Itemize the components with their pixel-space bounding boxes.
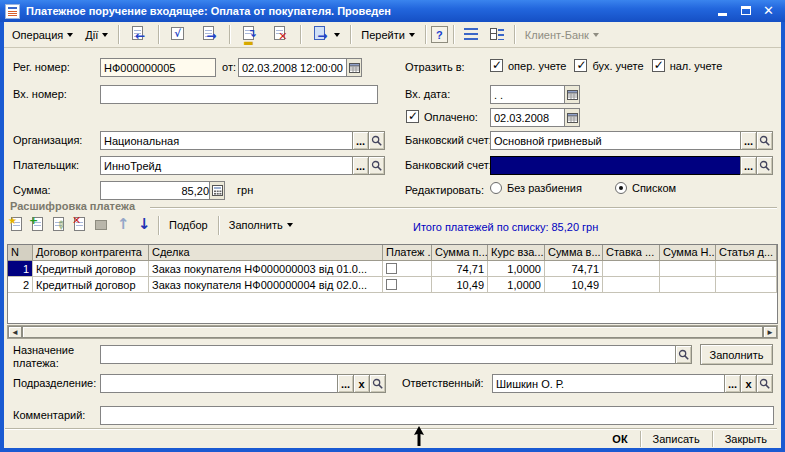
payer-field[interactable]: ИнноТрейд (100, 156, 353, 175)
bank-account2-ellipsis-button[interactable]: ... (740, 156, 757, 175)
table-row[interactable]: 2 Кредитный договор Заказ покупателя НФ0… (8, 277, 777, 293)
vat-rate-cell[interactable] (603, 277, 660, 293)
bank-account1-open-button[interactable] (756, 131, 773, 150)
oper-account-checkbox[interactable] (490, 59, 503, 72)
organization-open-button[interactable] (368, 131, 385, 150)
col-header-sum-currency[interactable]: Сумма в... (545, 245, 603, 261)
scroll-left-button[interactable]: ◄ (8, 326, 22, 338)
document-date-field[interactable]: 02.03.2008 12:00:00 (238, 58, 362, 77)
postings-button[interactable]: √ (164, 24, 193, 45)
sum-currency-cell[interactable]: 74,71 (545, 261, 603, 277)
close-form-button[interactable]: Закрыть (717, 431, 775, 447)
table-horizontal-scrollbar[interactable]: ◄ ► (7, 325, 778, 339)
col-header-vat-sum[interactable]: Сумма Н... (660, 245, 716, 261)
fill-purpose-button[interactable]: Заполнить (700, 344, 773, 365)
deal-cell[interactable]: Заказ покупателя НФ000000003 від 01.0... (149, 261, 383, 277)
responsible-field[interactable]: Шишкин О. Р. (492, 374, 725, 393)
vat-rate-cell[interactable] (603, 261, 660, 277)
minimize-button[interactable] (714, 3, 731, 18)
comment-field[interactable] (100, 406, 774, 425)
calendar-button[interactable] (564, 86, 579, 103)
col-header-article[interactable]: Статья д... (716, 245, 777, 261)
save-button[interactable]: Записать (645, 431, 708, 447)
calendar-button[interactable] (346, 59, 361, 76)
nal-account-checkbox[interactable] (652, 59, 665, 72)
payer-ellipsis-button[interactable]: ... (352, 156, 369, 175)
sum-payment-cell[interactable]: 10,49 (432, 277, 488, 293)
add-row-button[interactable]: ★ (8, 216, 27, 235)
bank-account2-open-button[interactable] (756, 156, 773, 175)
go-menu-button[interactable]: Перейти (356, 24, 420, 45)
payments-table[interactable]: N Договор контрагента Сделка Платеж ... … (7, 244, 778, 324)
vat-sum-cell[interactable] (660, 277, 716, 293)
purpose-open-button[interactable] (675, 345, 692, 364)
calculator-button[interactable] (209, 182, 224, 199)
buh-account-checkbox[interactable] (574, 59, 587, 72)
rate-cell[interactable]: 1,0000 (488, 261, 545, 277)
col-header-deal[interactable]: Сделка (149, 245, 383, 261)
reg-number-field[interactable]: НФ000000005 (100, 58, 216, 77)
bank-account1-ellipsis-button[interactable]: ... (740, 131, 757, 150)
cancel-posting-button[interactable]: ✕ (266, 24, 295, 45)
department-open-button[interactable] (369, 374, 386, 393)
row-number-cell[interactable]: 2 (8, 277, 33, 293)
vat-sum-cell[interactable] (660, 261, 716, 277)
article-cell[interactable] (716, 261, 777, 277)
department-clear-button[interactable]: x (353, 374, 370, 393)
organization-ellipsis-button[interactable]: ... (352, 131, 369, 150)
paid-date-field[interactable]: 02.03.2008 (490, 108, 580, 127)
title-bar[interactable]: Платежное поручение входящее: Оплата от … (0, 0, 785, 22)
reread-button[interactable]: ← (124, 24, 153, 45)
in-date-field[interactable]: . . (490, 85, 580, 104)
scroll-right-button[interactable]: ► (763, 326, 777, 338)
scrollbar-thumb[interactable] (22, 326, 763, 338)
payment-cell[interactable] (383, 261, 432, 277)
payment-checkbox[interactable] (386, 279, 397, 290)
calendar-button[interactable] (564, 109, 579, 126)
ok-button[interactable]: ОК (604, 431, 635, 447)
client-bank-menu-button[interactable]: Клиент-Банк (520, 24, 604, 45)
payment-cell[interactable] (383, 277, 432, 293)
edit-row-button[interactable]: ✎ (50, 216, 69, 235)
col-header-contract[interactable]: Договор контрагента (33, 245, 149, 261)
no-split-radio[interactable] (490, 182, 502, 194)
close-button[interactable]: ✕ (760, 3, 777, 18)
move-up-button[interactable]: ↑ (113, 216, 132, 235)
department-field[interactable] (100, 374, 338, 393)
contract-cell[interactable]: Кредитный договор (33, 261, 149, 277)
actions-menu-button[interactable]: Дії (80, 24, 113, 45)
operation-menu-button[interactable]: Операция (7, 24, 78, 45)
related-documents-button[interactable]: → (195, 24, 224, 45)
col-header-payment[interactable]: Платеж ... (383, 245, 432, 261)
organization-field[interactable]: Национальная (100, 131, 353, 150)
bank-account1-field[interactable]: Основной гривневый (490, 131, 741, 150)
col-header-n[interactable]: N (8, 245, 33, 261)
col-header-vat-rate[interactable]: Ставка ... (603, 245, 660, 261)
payer-open-button[interactable] (368, 156, 385, 175)
article-cell[interactable] (716, 277, 777, 293)
rate-cell[interactable]: 1,0000 (488, 277, 545, 293)
pick-button[interactable]: Подбор (164, 215, 213, 236)
paid-checkbox[interactable] (406, 110, 419, 123)
help-button[interactable]: ? (431, 26, 448, 43)
finish-edit-button[interactable] (92, 216, 111, 235)
col-header-rate[interactable]: Курс вза... (488, 245, 545, 261)
responsible-open-button[interactable] (756, 374, 773, 393)
amount-field[interactable]: 85,20 (100, 181, 225, 200)
in-number-field[interactable] (100, 85, 378, 104)
responsible-clear-button[interactable]: x (740, 374, 757, 393)
maximize-button[interactable] (737, 3, 754, 18)
row-number-cell[interactable]: 1 (8, 261, 33, 277)
delete-row-button[interactable]: ✕ (71, 216, 90, 235)
as-list-radio[interactable] (615, 182, 627, 194)
fill-menu-button[interactable]: Заполнить (224, 215, 298, 236)
deal-cell[interactable]: Заказ покупателя НФ000000004 від 02.0... (149, 277, 383, 293)
purpose-field[interactable] (100, 345, 676, 364)
payment-checkbox[interactable] (386, 263, 397, 274)
bank-account2-field[interactable] (490, 156, 741, 175)
department-ellipsis-button[interactable]: ... (337, 374, 354, 393)
list-settings-button[interactable] (459, 24, 483, 45)
checkbox-list-button[interactable] (485, 24, 509, 45)
table-row[interactable]: 1 Кредитный договор Заказ покупателя НФ0… (8, 261, 777, 277)
print-form-button[interactable]: → (306, 24, 345, 45)
